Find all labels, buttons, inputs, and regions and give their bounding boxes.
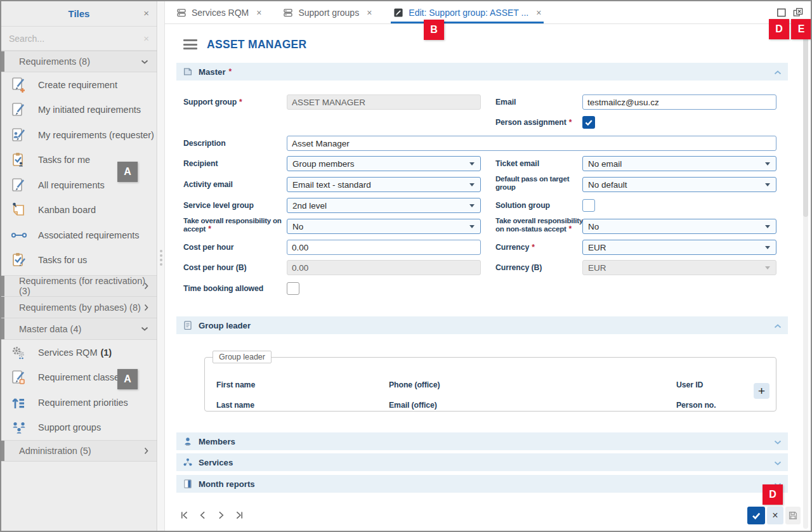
sidebar-group-requirements-by-phases[interactable]: Requirements (by phases) (8) [1,297,157,318]
phone-office-label: Phone (office) [389,377,440,393]
search-input[interactable] [9,34,129,44]
take-overall-non-status-select[interactable]: No [582,219,776,234]
description-field[interactable] [287,136,776,151]
time-booking-checkbox[interactable] [287,282,299,295]
sidebar-item-my-initiated-requirements[interactable]: My initiated requirements [1,98,157,123]
month-reports-section-header[interactable]: Month reports [176,475,788,493]
chevron-up-icon [774,320,782,331]
chevron-down-icon [774,457,782,468]
group-leader-legend: Group leader [213,351,272,363]
sidebar-close-icon[interactable]: × [143,8,149,18]
sidebar-item-support-groups[interactable]: Support groups [1,415,157,441]
tab-support-groups[interactable]: Support groups × [280,1,374,23]
save-icon [788,510,798,521]
tab-close-icon[interactable]: × [536,8,541,18]
group-accent-bar [1,297,4,318]
cost-per-hour-label: Cost per hour [183,240,286,255]
sidebar-item-requirement-priorities[interactable]: Requirement priorities [1,390,157,415]
ticket-email-select[interactable]: No email [582,156,776,171]
solution-group-checkbox[interactable] [582,199,595,212]
chevron-right-icon [144,447,148,455]
sidebar-splitter[interactable] [158,1,165,531]
group-accent-bar [1,276,4,296]
annotation-d-maximize: D [769,19,789,39]
maximize-icon[interactable] [776,8,787,18]
service-level-group-select[interactable]: 2nd level [287,198,481,213]
chevron-down-icon [774,436,782,447]
add-group-leader-button[interactable]: + [754,383,769,399]
last-record-icon [235,510,244,520]
members-section-header[interactable]: Members [176,432,788,450]
sidebar-item-kanban-board[interactable]: Kanban board [1,198,157,223]
activity-email-select[interactable]: Email text - standard [287,177,481,192]
dropdown-caret-icon [765,183,770,186]
services-section-icon [183,457,193,467]
ticket-email-label: Ticket email [495,156,582,171]
currency-select[interactable]: EUR [582,240,776,255]
tab-close-icon[interactable]: × [367,8,372,18]
dropdown-caret-icon [469,225,475,228]
activity-email-label: Activity email [183,177,286,192]
take-overall-accept-select[interactable]: No [287,219,481,234]
support-group-field [287,94,481,110]
default-pass-select[interactable]: No default [582,177,776,192]
sidebar-group-requirements[interactable]: Requirements (8) [1,51,157,72]
last-record-button[interactable] [233,509,245,521]
edit-tab-icon [393,8,403,18]
main-scrollbar[interactable] [803,25,808,529]
take-overall-accept-label: Take overall responsibility on accept* [183,217,290,233]
sidebar-item-services-rqm[interactable]: Services RQM (1) [1,340,157,365]
menu-icon[interactable] [183,39,197,52]
sidebar-item-associated-requirements[interactable]: Associated requirements [1,223,157,248]
sidebar-item-create-requirement[interactable]: Create requirement [1,72,157,98]
annotation-a-requirement-classes: A [117,369,138,389]
tiles-title: Tiles [69,8,90,19]
cancel-button[interactable]: × [767,507,783,524]
dropdown-caret-icon [765,225,770,228]
cost-per-hour-b-label: Cost per hour (B) [183,260,286,275]
form-actions: × [747,507,801,524]
currency-label: Currency* [495,240,582,255]
email-office-label: Email (office) [389,398,437,413]
services-section-header[interactable]: Services [176,453,788,471]
support-group-label: Support group* [183,94,286,110]
main-area: Services RQM × Support groups × Edit: Su… [165,1,811,531]
close-windows-icon[interactable] [793,8,803,18]
cost-per-hour-field[interactable] [287,240,481,255]
sidebar-group-requirements-reactivation[interactable]: Requirements (for reactivation) (3) [1,275,157,297]
sidebar-search: × [1,27,157,51]
email-field[interactable] [582,94,776,110]
person-assignment-checkbox[interactable] [582,116,595,129]
master-section-header[interactable]: Master * [176,63,788,81]
first-record-icon [180,510,189,520]
annotation-a-all-requirements: A [117,162,138,182]
tiles-header: Tiles × [1,1,157,27]
sidebar-group-master-data[interactable]: Master data (4) [1,318,157,340]
group-accent-bar [1,441,4,461]
requester-requirements-icon [10,126,28,144]
recipient-select[interactable]: Group members [287,156,481,171]
time-booking-label: Time booking allowed [183,281,286,296]
previous-record-button[interactable] [197,509,208,521]
master-section-icon [183,67,193,77]
default-pass-label: Default pass on target group [495,175,582,191]
tab-close-icon[interactable]: × [256,8,261,18]
first-record-button[interactable] [178,509,190,521]
sidebar-group-administration[interactable]: Administration (5) [1,440,157,462]
tab-services-rqm[interactable]: Services RQM × [174,1,264,23]
page-title: ASSET MANAGER [207,38,307,51]
dropdown-caret-icon [765,162,770,165]
tab-edit-support-group[interactable]: Edit: Support group: ASSET ... × [391,1,544,23]
confirm-button[interactable] [747,507,765,524]
sidebar-item-tasks-for-us[interactable]: Tasks for us [1,248,157,273]
sidebar-item-my-requirements-requester[interactable]: My requirements (requester) [1,122,157,148]
next-record-icon [216,510,226,520]
next-record-button[interactable] [215,509,226,521]
kanban-board-icon [10,201,28,219]
take-overall-non-status-label: Take overall responsibility on non-statu… [495,217,584,233]
search-clear-icon[interactable]: × [143,33,149,44]
user-id-label: User ID [676,377,703,393]
group-leader-section-header[interactable]: Group leader [176,316,788,334]
scrollbar-thumb[interactable] [803,27,808,217]
dropdown-caret-icon [469,162,475,165]
